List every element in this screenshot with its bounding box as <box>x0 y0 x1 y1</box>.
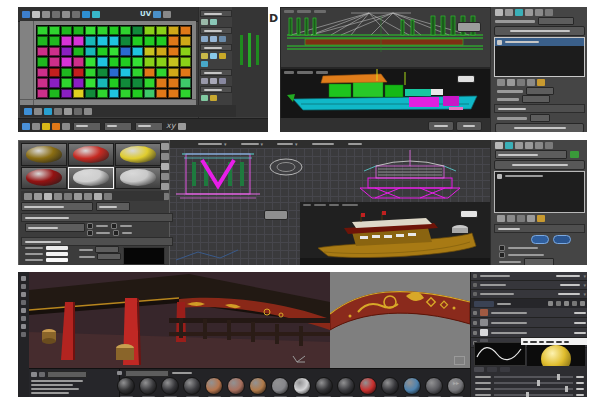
viewport-front-wireframe[interactable] <box>280 7 492 68</box>
uv-face[interactable] <box>180 36 191 45</box>
tool-icon[interactable] <box>72 11 80 18</box>
uv-face[interactable] <box>156 47 167 56</box>
name-field[interactable] <box>495 150 567 159</box>
uv-face[interactable] <box>132 89 143 98</box>
uv-face[interactable] <box>168 26 179 35</box>
tool-icon[interactable] <box>21 316 26 321</box>
uv-face[interactable] <box>144 47 155 56</box>
tool-icon[interactable] <box>495 142 503 149</box>
material-thumbnail[interactable] <box>271 377 289 397</box>
modifier-list-dropdown[interactable] <box>494 160 585 170</box>
uv-face[interactable] <box>97 78 108 87</box>
tool-icon[interactable] <box>52 123 60 130</box>
viewport-menu[interactable]: ▾ <box>241 141 264 147</box>
uv-tool-icon[interactable] <box>201 19 208 25</box>
uv-face[interactable] <box>120 89 131 98</box>
uv-face[interactable] <box>61 68 72 77</box>
uv-tool-icon[interactable] <box>201 53 208 59</box>
checkbox[interactable] <box>499 252 505 258</box>
viewport-overlay-button[interactable] <box>457 22 481 32</box>
uv-tool-icon[interactable] <box>201 95 208 101</box>
coord-y-field[interactable] <box>104 122 132 131</box>
tool-icon[interactable] <box>42 123 50 130</box>
viewport-menu[interactable]: ▾ <box>198 141 227 147</box>
viewport-empty-grid[interactable] <box>168 202 301 265</box>
uv-face[interactable] <box>85 89 96 98</box>
shelf-filter-field[interactable] <box>125 370 169 377</box>
material-slot[interactable] <box>68 143 114 166</box>
tool-icon[interactable] <box>92 11 100 18</box>
material-thumbnail[interactable] <box>227 377 245 397</box>
material-thumbnail[interactable] <box>249 377 267 397</box>
material-thumbnail[interactable] <box>117 377 135 397</box>
uv-face[interactable] <box>109 26 120 35</box>
modifier-list-dropdown[interactable] <box>494 26 585 36</box>
tool-icon[interactable] <box>525 9 533 16</box>
uv-face[interactable] <box>144 68 155 77</box>
tool-icon[interactable] <box>32 123 40 130</box>
layers-tab[interactable] <box>474 301 494 307</box>
shader-dropdown[interactable] <box>25 223 85 232</box>
material-thumbnail[interactable] <box>161 377 179 397</box>
uv-face[interactable] <box>120 68 131 77</box>
tool-icon[interactable] <box>505 9 513 16</box>
viewport-3d[interactable] <box>29 272 330 368</box>
uv-option-icon[interactable] <box>153 11 161 18</box>
selection-rollout-header[interactable] <box>494 224 585 233</box>
tool-icon[interactable] <box>497 79 505 86</box>
uv-face[interactable] <box>61 26 72 35</box>
uv-face[interactable] <box>180 89 191 98</box>
tool-icon[interactable] <box>161 173 169 180</box>
uv-face[interactable] <box>109 68 120 77</box>
uv-face[interactable] <box>168 68 179 77</box>
uv-face[interactable] <box>49 57 60 66</box>
tool-icon[interactable] <box>21 292 26 297</box>
tool-icon[interactable] <box>74 193 82 200</box>
uv-face[interactable] <box>97 36 108 45</box>
object-color-swatch[interactable] <box>570 151 579 158</box>
wire-checkbox[interactable] <box>87 223 93 229</box>
material-thumbnail[interactable] <box>205 377 223 397</box>
uv-grid-toggle-icon[interactable] <box>454 356 465 365</box>
modifier-stack-row-unwrap-uvw[interactable] <box>495 38 584 46</box>
material-slot[interactable] <box>21 167 67 190</box>
uv-face[interactable] <box>120 36 131 45</box>
uv-face[interactable] <box>61 89 72 98</box>
visibility-icon[interactable] <box>473 331 477 335</box>
selection-pill-button[interactable] <box>553 235 571 244</box>
uv-face[interactable] <box>132 47 143 56</box>
uv-face[interactable] <box>49 89 60 98</box>
uv-tool-icon[interactable] <box>210 36 217 42</box>
ambient-swatch[interactable] <box>46 246 68 250</box>
fill-icon[interactable] <box>564 301 569 306</box>
tool-icon[interactable] <box>24 108 32 115</box>
uv-tool-icon[interactable] <box>201 36 208 42</box>
modifier-stack[interactable] <box>494 37 585 77</box>
viewport-front-structure[interactable] <box>168 148 331 203</box>
material-name-field[interactable] <box>21 202 93 211</box>
material-thumbnail[interactable] <box>403 377 421 397</box>
tool-icon[interactable] <box>22 123 30 130</box>
uv-face[interactable] <box>132 68 143 77</box>
opacity-field[interactable] <box>97 253 121 260</box>
uv-face[interactable] <box>180 57 191 66</box>
faceted-checkbox[interactable] <box>113 230 119 236</box>
tool-icon[interactable] <box>525 142 533 149</box>
tool-icon[interactable] <box>42 11 50 18</box>
tool-icon[interactable] <box>64 108 72 115</box>
slider-knob[interactable] <box>565 386 568 392</box>
uv-face[interactable] <box>109 57 120 66</box>
uv-face[interactable] <box>144 57 155 66</box>
uv-face[interactable] <box>168 47 179 56</box>
uv-face[interactable] <box>73 47 84 56</box>
uv-face[interactable] <box>168 57 179 66</box>
rollout-header[interactable] <box>200 44 232 51</box>
slider-knob[interactable] <box>537 380 540 386</box>
slider-knob[interactable] <box>557 374 560 380</box>
uv-face[interactable] <box>97 26 108 35</box>
tool-icon[interactable] <box>44 193 52 200</box>
viewport-perspective-shaded[interactable] <box>300 202 490 265</box>
tool-icon[interactable] <box>515 142 523 149</box>
tool-icon[interactable] <box>32 11 40 18</box>
viewport-boat-front[interactable] <box>330 148 490 203</box>
